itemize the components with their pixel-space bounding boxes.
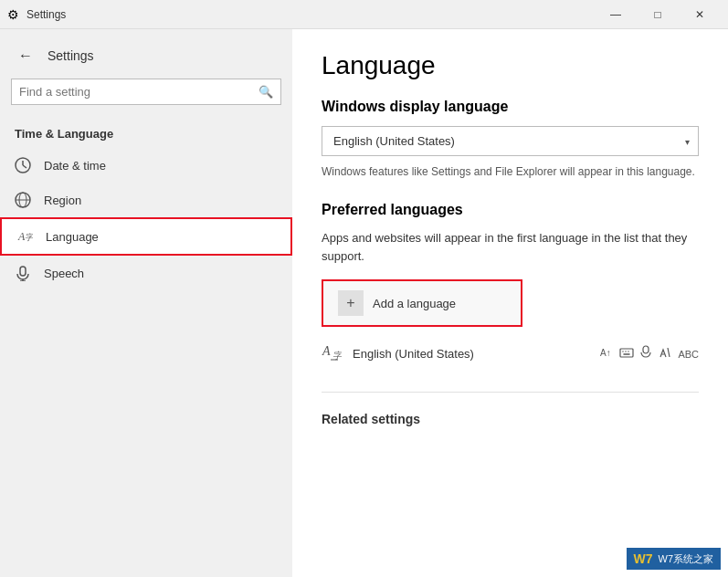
region-label: Region [44, 194, 81, 207]
svg-text:A↑: A↑ [600, 348, 611, 358]
region-icon [15, 192, 31, 208]
lang-item-name: English (United States) [353, 347, 588, 361]
sidebar-item-region[interactable]: Region [0, 183, 292, 217]
windows-display-heading: Windows display language [322, 99, 699, 115]
lang-item-badges: A↑ ABC [599, 345, 699, 362]
divider [322, 392, 699, 393]
badge-spelling-icon: ABC [678, 349, 699, 360]
svg-text:字: 字 [25, 233, 33, 242]
search-icon: 🔍 [258, 85, 273, 99]
svg-line-22 [668, 348, 670, 357]
language-icon: A 字 [16, 228, 33, 245]
sidebar-header: ← Settings [0, 37, 292, 79]
content-area: Language Windows display language Englis… [292, 29, 728, 577]
sidebar-item-date-time[interactable]: Date & time [0, 148, 292, 183]
watermark-text: W7系统之家 [659, 552, 714, 566]
badge-handwriting-icon [658, 345, 672, 362]
svg-rect-15 [620, 349, 633, 357]
settings-window-icon: ⚙ [7, 7, 19, 22]
title-bar: ⚙ Settings — □ ✕ [0, 0, 728, 29]
svg-rect-20 [643, 346, 649, 353]
title-bar-controls: — □ ✕ [595, 0, 721, 29]
search-input[interactable] [19, 85, 251, 99]
svg-line-2 [23, 165, 26, 168]
preferred-description: Apps and websites will appear in the fir… [322, 229, 699, 265]
title-bar-title: Settings [26, 8, 66, 21]
windows-display-description: Windows features like Settings and File … [322, 163, 699, 180]
sidebar-app-title: Settings [47, 48, 94, 63]
language-label: Language [46, 230, 99, 244]
related-settings-heading: Related settings [322, 412, 420, 426]
badge-keyboard-icon [619, 345, 634, 362]
add-icon: + [338, 290, 364, 316]
svg-text:A: A [322, 344, 331, 358]
language-select-wrapper[interactable]: English (United States) ▾ [322, 126, 699, 156]
add-language-button[interactable]: + Add a language [322, 279, 522, 327]
page-title: Language [322, 51, 699, 80]
preferred-heading: Preferred languages [322, 202, 699, 218]
sidebar-section-title: Time & Language [0, 120, 292, 148]
close-button[interactable]: ✕ [679, 0, 721, 29]
watermark-logo: W7 [634, 551, 653, 566]
minimize-button[interactable]: — [595, 0, 637, 29]
sidebar-item-language[interactable]: A 字 Language [0, 217, 292, 256]
date-time-label: Date & time [44, 159, 106, 173]
maximize-button[interactable]: □ [637, 0, 679, 29]
sidebar: ← Settings 🔍 Time & Language Date & time [0, 29, 292, 577]
app-container: ← Settings 🔍 Time & Language Date & time [0, 29, 728, 577]
speech-label: Speech [44, 267, 84, 280]
svg-text:字: 字 [332, 351, 342, 361]
svg-rect-8 [20, 267, 26, 276]
badge-speech-icon [639, 345, 652, 362]
badge-text-icon: A↑ [599, 345, 614, 362]
related-settings-section: Related settings [322, 411, 699, 427]
date-time-icon [15, 157, 31, 173]
lang-item-icon: A 字 [322, 341, 342, 366]
add-language-label: Add a language [373, 297, 456, 310]
sidebar-item-speech[interactable]: Speech [0, 256, 292, 290]
back-button[interactable]: ← [15, 44, 37, 68]
language-select[interactable]: English (United States) [322, 126, 699, 156]
title-bar-left: ⚙ Settings [7, 7, 66, 22]
speech-icon [15, 265, 31, 281]
watermark: W7 W7系统之家 [627, 548, 722, 570]
language-item-en-us: A 字 English (United States) A↑ [322, 334, 699, 373]
search-box[interactable]: 🔍 [11, 79, 281, 105]
